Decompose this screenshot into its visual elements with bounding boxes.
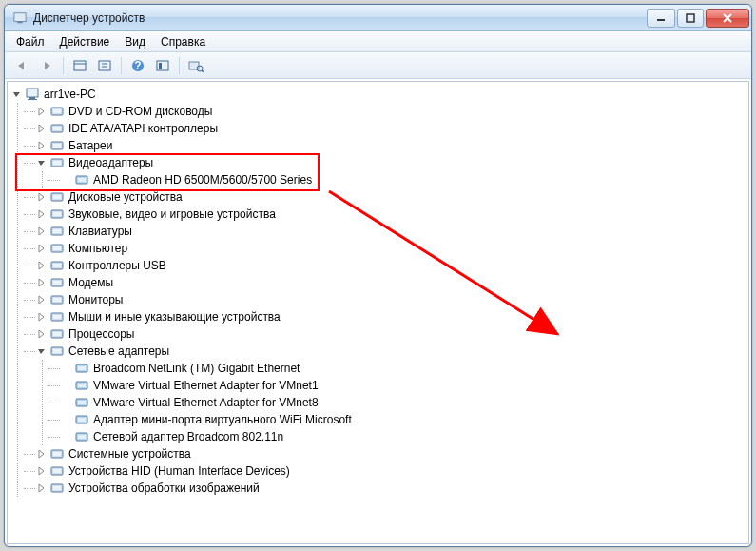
device-node[interactable]: Адаптер мини-порта виртуального WiFi Mic… bbox=[61, 411, 745, 428]
svg-rect-40 bbox=[53, 264, 61, 267]
device-node[interactable]: AMD Radeon HD 6500M/5600/5700 Series bbox=[61, 171, 745, 188]
device-category-icon bbox=[49, 138, 65, 153]
forward-button[interactable] bbox=[35, 55, 58, 76]
svg-rect-0 bbox=[14, 12, 26, 21]
collapse-icon[interactable] bbox=[36, 157, 48, 168]
device-label: Адаптер мини-порта виртуального WiFi Mic… bbox=[93, 413, 352, 426]
category-label: Контроллеры USB bbox=[68, 259, 166, 272]
expand-icon[interactable] bbox=[36, 311, 48, 323]
category-node[interactable]: Процессоры bbox=[36, 325, 745, 343]
category-node[interactable]: Устройства HID (Human Interface Devices) bbox=[36, 462, 745, 480]
category-label: Видеоадаптеры bbox=[68, 156, 153, 169]
svg-rect-34 bbox=[53, 212, 61, 216]
expand-icon[interactable] bbox=[36, 277, 48, 288]
expand-icon[interactable] bbox=[36, 260, 48, 271]
svg-rect-42 bbox=[53, 281, 61, 285]
titlebar[interactable]: Диспетчер устройств bbox=[5, 5, 751, 31]
expand-icon[interactable] bbox=[36, 106, 48, 117]
category-label: Компьютер bbox=[68, 242, 127, 255]
toolbar-separator bbox=[121, 57, 122, 74]
device-node[interactable]: Broadcom NetLink (TM) Gigabit Ethernet bbox=[61, 360, 745, 377]
svg-rect-18 bbox=[27, 89, 38, 97]
expand-icon[interactable] bbox=[36, 243, 48, 254]
category-label: Сетевые адаптеры bbox=[68, 344, 169, 358]
expand-icon[interactable] bbox=[36, 208, 48, 220]
category-node[interactable]: Системные устройства bbox=[36, 445, 745, 462]
toolbar-separator bbox=[179, 57, 180, 74]
device-category-icon bbox=[49, 155, 65, 170]
collapse-icon[interactable] bbox=[36, 345, 48, 357]
category-node[interactable]: Устройства обработки изображений bbox=[36, 480, 745, 497]
device-node[interactable]: VMware Virtual Ethernet Adapter for VMne… bbox=[61, 377, 745, 394]
expand-icon[interactable] bbox=[36, 140, 48, 151]
menu-help[interactable]: Справка bbox=[153, 31, 213, 51]
device-category-icon bbox=[49, 207, 65, 222]
svg-rect-36 bbox=[53, 229, 61, 233]
category-node[interactable]: Мониторы bbox=[36, 291, 745, 308]
expand-icon[interactable] bbox=[36, 448, 48, 460]
device-category-icon bbox=[49, 292, 65, 307]
menu-file[interactable]: Файл bbox=[9, 31, 52, 51]
svg-rect-6 bbox=[74, 61, 86, 70]
svg-rect-14 bbox=[159, 63, 162, 69]
category-node[interactable]: Звуковые, видео и игровые устройства bbox=[36, 206, 745, 223]
category-node[interactable]: DVD и CD-ROM дисководы bbox=[36, 103, 745, 120]
category-node[interactable]: Батареи bbox=[36, 137, 745, 154]
expand-icon[interactable] bbox=[36, 191, 48, 203]
device-label: Сетевой адаптер Broadcom 802.11n bbox=[93, 430, 283, 443]
device-node[interactable]: VMware Virtual Ethernet Adapter for VMne… bbox=[61, 394, 745, 411]
device-category-icon bbox=[49, 189, 65, 205]
toolbar-separator bbox=[63, 57, 64, 74]
svg-rect-62 bbox=[53, 452, 61, 456]
expand-icon[interactable] bbox=[36, 123, 48, 134]
category-node[interactable]: Клавиатуры bbox=[36, 223, 745, 240]
category-label: Модемы bbox=[68, 276, 113, 289]
svg-rect-44 bbox=[53, 298, 61, 302]
category-node[interactable]: Контроллеры USB bbox=[36, 257, 745, 274]
category-node[interactable]: Мыши и иные указывающие устройства bbox=[36, 308, 745, 325]
spacer bbox=[61, 431, 72, 443]
menu-view[interactable]: Вид bbox=[117, 31, 153, 51]
svg-rect-1 bbox=[17, 21, 22, 23]
scan-hardware-button[interactable] bbox=[184, 55, 207, 76]
category-node[interactable]: Сетевые адаптеры bbox=[36, 343, 745, 360]
maximize-button[interactable] bbox=[677, 9, 704, 28]
expand-icon[interactable] bbox=[36, 465, 48, 477]
show-hidden-button[interactable] bbox=[68, 55, 91, 76]
menu-action[interactable]: Действие bbox=[52, 31, 118, 51]
device-tree[interactable]: arr1ve-PCDVD и CD-ROM дисководыIDE ATA/A… bbox=[7, 81, 749, 544]
category-node[interactable]: Видеоадаптеры bbox=[36, 154, 745, 171]
category-node[interactable]: Модемы bbox=[36, 274, 745, 291]
tree-root-node[interactable]: arr1ve-PC bbox=[11, 86, 745, 103]
device-category-icon bbox=[49, 275, 65, 290]
help-button[interactable]: ? bbox=[126, 55, 149, 76]
device-category-icon bbox=[49, 258, 65, 273]
device-icon bbox=[74, 412, 89, 427]
svg-text:?: ? bbox=[134, 59, 141, 72]
category-node[interactable]: Дисковые устройства bbox=[36, 188, 745, 206]
minimize-button[interactable] bbox=[647, 9, 675, 28]
svg-rect-24 bbox=[53, 127, 61, 130]
device-category-icon bbox=[49, 481, 65, 496]
collapse-icon[interactable] bbox=[11, 89, 23, 100]
category-label: Устройства обработки изображений bbox=[68, 482, 260, 495]
category-node[interactable]: IDE ATA/ATAPI контроллеры bbox=[36, 120, 745, 137]
toolbar: ? bbox=[5, 52, 751, 79]
category-label: Мониторы bbox=[68, 293, 123, 306]
device-node[interactable]: Сетевой адаптер Broadcom 802.11n bbox=[61, 428, 745, 445]
category-node[interactable]: Компьютер bbox=[36, 240, 745, 257]
back-button[interactable] bbox=[10, 55, 33, 76]
expand-icon[interactable] bbox=[36, 226, 48, 237]
svg-rect-46 bbox=[53, 315, 61, 319]
tool-button[interactable] bbox=[151, 55, 174, 76]
svg-rect-52 bbox=[78, 366, 86, 370]
device-category-icon bbox=[49, 326, 65, 342]
close-button[interactable] bbox=[706, 9, 749, 28]
properties-button[interactable] bbox=[93, 55, 116, 76]
device-icon bbox=[74, 172, 89, 187]
category-label: Мыши и иные указывающие устройства bbox=[68, 310, 281, 324]
category-label: Клавиатуры bbox=[68, 225, 132, 238]
expand-icon[interactable] bbox=[36, 294, 48, 305]
expand-icon[interactable] bbox=[36, 328, 48, 340]
expand-icon[interactable] bbox=[36, 482, 48, 494]
